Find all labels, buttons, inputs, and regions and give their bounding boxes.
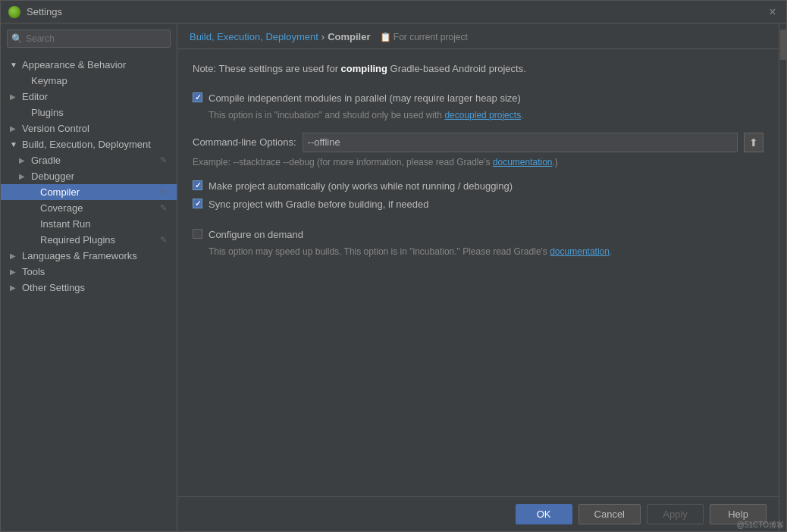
checkbox-make-wrap: ✓: [193, 180, 202, 190]
example-suffix: .): [553, 157, 558, 167]
edit-icon: ✎: [160, 235, 171, 246]
sub-prefix: This option is in "incubation" and shoul…: [209, 110, 444, 120]
checkbox-parallel[interactable]: ✓: [193, 92, 202, 102]
example-text: Example: --stacktrace --debug (for more …: [193, 157, 763, 167]
sidebar-item-label: Languages & Frameworks: [22, 250, 137, 261]
arrow-icon: ▶: [19, 172, 28, 180]
sidebar-item-coverage[interactable]: Coverage ✎: [1, 200, 177, 216]
sidebar-item-required-plugins[interactable]: Required Plugins ✎: [1, 232, 177, 248]
settings-body: Note: These settings are used for compil…: [177, 49, 779, 496]
breadcrumb: Build, Execution, Deployment › Compiler …: [177, 23, 779, 49]
note-text: Note: These settings are used for compil…: [193, 61, 763, 77]
note-suffix: Gradle-based Android projects.: [387, 63, 526, 74]
command-line-input[interactable]: [303, 133, 738, 152]
arrow-icon: ▼: [10, 140, 19, 149]
sidebar-item-debugger[interactable]: ▶ Debugger: [1, 168, 177, 184]
sidebar-item-label: Required Plugins: [40, 234, 115, 246]
sidebar-item-languages[interactable]: ▶ Languages & Frameworks: [1, 248, 177, 264]
breadcrumb-project: 📋 For current project: [380, 32, 468, 42]
sidebar-item-build-exec[interactable]: ▼ Build, Execution, Deployment: [1, 136, 177, 152]
checkbox-parallel-row: ✓ Compile independent modules in paralle…: [193, 92, 763, 105]
arrow-icon: ▶: [19, 156, 28, 164]
sidebar-item-gradle[interactable]: ▶ Gradle ✎: [1, 152, 177, 168]
title-bar: Settings ×: [1, 1, 786, 23]
sidebar-item-label: Version Control: [22, 123, 89, 134]
demand-suffix: .: [610, 246, 612, 257]
sidebar-item-tools[interactable]: ▶ Tools: [1, 264, 177, 280]
sidebar-item-label: Plugins: [31, 107, 64, 118]
command-line-label: Command-line Options:: [193, 136, 296, 148]
edit-icon: ✎: [160, 203, 171, 214]
project-icon: 📋: [380, 32, 391, 42]
demand-subtext: This option may speed up builds. This op…: [209, 246, 763, 257]
button-bar: OK Cancel Apply Help: [177, 496, 779, 531]
demand-prefix: This option may speed up builds. This op…: [209, 246, 550, 257]
title-bar-left: Settings: [8, 6, 62, 18]
sidebar-item-plugins[interactable]: Plugins: [1, 105, 177, 120]
sidebar-item-editor[interactable]: ▶ Editor: [1, 89, 177, 105]
sidebar-item-label: Appearance & Behavior: [22, 59, 126, 70]
edit-icon: ✎: [160, 155, 171, 166]
sidebar-item-compiler[interactable]: Compiler ✎: [1, 184, 177, 200]
documentation-link-1[interactable]: documentation: [493, 157, 553, 167]
apply-button[interactable]: Apply: [647, 504, 704, 524]
sidebar-item-label: Other Settings: [22, 282, 85, 293]
checkbox-sync-row: ✓ Sync project with Gradle before buildi…: [193, 198, 763, 211]
app-icon: [8, 6, 20, 18]
search-icon: 🔍: [11, 33, 23, 44]
main-content: Build, Execution, Deployment › Compiler …: [177, 23, 779, 531]
window-title: Settings: [27, 6, 62, 17]
sidebar-item-label: Instant Run: [40, 218, 91, 230]
ok-button[interactable]: OK: [516, 504, 572, 524]
checkmark-icon: ✓: [195, 199, 201, 208]
upload-icon: ⬆: [749, 136, 758, 149]
checkbox-demand[interactable]: ✓: [193, 229, 202, 239]
checkbox-parallel-label: Compile independent modules in parallel …: [209, 92, 521, 105]
arrow-icon: ▶: [10, 124, 19, 133]
search-box: 🔍: [7, 30, 171, 48]
checkbox-make-label: Make project automatically (only works w…: [209, 180, 513, 193]
documentation-link-2[interactable]: documentation: [550, 246, 610, 257]
sub-suffix: .: [521, 110, 523, 120]
edit-icon: ✎: [160, 187, 171, 198]
sidebar-item-instant-run[interactable]: Instant Run: [1, 216, 177, 232]
checkbox-parallel-subtext: This option is in "incubation" and shoul…: [209, 110, 763, 120]
breadcrumb-separator: ›: [321, 31, 325, 42]
watermark: @51CTO博客: [737, 520, 784, 530]
sidebar-item-label: Gradle: [31, 155, 61, 166]
breadcrumb-current: Compiler: [328, 31, 370, 42]
arrow-icon: ▶: [10, 283, 19, 292]
search-input[interactable]: [7, 30, 171, 48]
command-line-button[interactable]: ⬆: [744, 133, 763, 152]
checkmark-icon: ✓: [195, 93, 201, 102]
arrow-icon: ▶: [10, 268, 19, 276]
right-scrollbar[interactable]: [779, 23, 786, 531]
sidebar-item-label: Keymap: [31, 75, 67, 86]
checkbox-demand-label: Configure on demand: [209, 228, 303, 242]
arrow-icon: ▶: [10, 252, 19, 260]
sidebar-item-label: Debugger: [31, 171, 74, 182]
nav-tree: ▼ Appearance & Behavior Keymap ▶ Editor …: [1, 54, 177, 531]
sidebar-item-appearance[interactable]: ▼ Appearance & Behavior: [1, 57, 177, 73]
checkbox-sync-label: Sync project with Gradle before building…: [209, 198, 429, 211]
command-line-row: Command-line Options: ⬆: [193, 133, 763, 152]
note-prefix: Note: These settings are used for: [193, 63, 341, 74]
decoupled-projects-link[interactable]: decoupled projects: [444, 110, 521, 120]
scrollbar-thumb: [780, 30, 786, 60]
sidebar-item-keymap[interactable]: Keymap: [1, 73, 177, 89]
sidebar-item-other-settings[interactable]: ▶ Other Settings: [1, 280, 177, 296]
cancel-button[interactable]: Cancel: [578, 504, 641, 524]
sidebar-item-version-control[interactable]: ▶ Version Control: [1, 120, 177, 136]
close-button[interactable]: ×: [767, 6, 779, 18]
settings-window: Settings × 🔍 ▼ Appearance & Behavior Key…: [0, 0, 787, 532]
note-bold: compiling: [341, 63, 387, 74]
checkbox-demand-row: ✓ Configure on demand: [193, 228, 763, 242]
project-label: For current project: [394, 32, 468, 42]
checkbox-sync-wrap: ✓: [193, 199, 202, 208]
breadcrumb-path[interactable]: Build, Execution, Deployment: [190, 31, 318, 42]
sidebar-item-label: Compiler: [40, 186, 80, 198]
checkbox-make[interactable]: ✓: [193, 180, 202, 190]
arrow-icon: ▼: [10, 61, 19, 69]
sidebar-item-label: Tools: [22, 266, 45, 277]
checkbox-sync[interactable]: ✓: [193, 199, 202, 208]
